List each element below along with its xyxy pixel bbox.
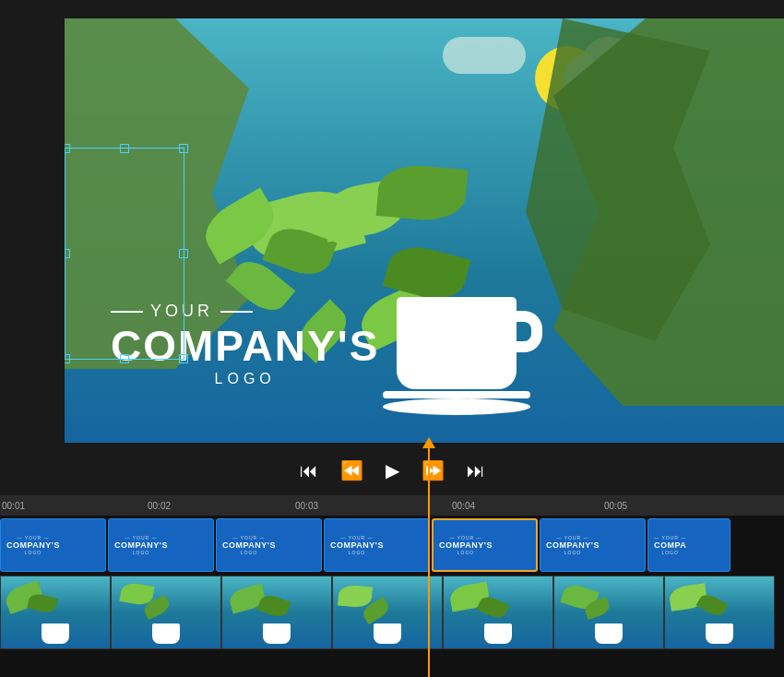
ruler-tick-2: 00:03	[295, 501, 318, 511]
video-thumb-6	[553, 576, 664, 649]
skip-forward-button[interactable]: ⏭	[467, 460, 485, 481]
logo-text: LOGO	[111, 371, 379, 387]
cup-handle	[515, 311, 542, 352]
playhead[interactable]	[428, 443, 430, 677]
ruler-tick-1: 00:02	[148, 501, 171, 511]
text-clip-2[interactable]: — YOUR — COMPANY'S LOGO	[108, 518, 214, 572]
preview-background: YOUR COMPANY'S LOGO	[65, 18, 784, 443]
fast-forward-button[interactable]: ⏩	[422, 459, 445, 481]
company-text: COMPANY'S	[111, 325, 379, 367]
text-clip-4[interactable]: — YOUR — COMPANY'S LOGO	[324, 518, 430, 572]
video-thumb-3	[221, 576, 332, 649]
video-preview: YOUR COMPANY'S LOGO	[65, 18, 784, 443]
playback-controls: ⏮ ⏪ ▶ ⏩ ⏭	[0, 452, 784, 489]
dash-left	[111, 311, 143, 313]
text-overlay-track: — YOUR — COMPANY'S LOGO — YOUR — COMPANY…	[0, 516, 784, 576]
ruler-tick-0: 00:01	[2, 501, 25, 511]
cloud-element-2	[443, 37, 526, 74]
text-clip-6[interactable]: — YOUR — COMPANY'S LOGO	[540, 518, 646, 572]
text-clip-3[interactable]: — YOUR — COMPANY'S LOGO	[216, 518, 322, 572]
video-thumb-2	[111, 576, 221, 649]
bottom-bar	[0, 649, 784, 677]
your-line: YOUR	[111, 302, 379, 321]
video-thumb-4	[332, 576, 443, 649]
text-clip-7[interactable]: — YOUR — COMPA LOGO	[647, 518, 731, 572]
play-button[interactable]: ▶	[386, 459, 399, 481]
cup-body	[397, 297, 517, 389]
ruler-tick-4: 00:05	[604, 501, 627, 511]
video-track	[0, 576, 784, 649]
your-text: YOUR	[150, 302, 213, 321]
cup-saucer	[383, 398, 530, 415]
tree-mid	[526, 18, 710, 341]
text-clip-5[interactable]: — YOUR — COMPANY'S LOGO	[432, 518, 538, 572]
timeline-ruler: 00:01 00:02 00:03 00:04 00:05	[0, 495, 784, 516]
rewind-button[interactable]: ⏪	[340, 459, 363, 481]
skip-back-button[interactable]: ⏮	[300, 460, 318, 481]
cup-container	[397, 297, 530, 415]
dash-right	[220, 311, 253, 313]
video-thumb-5	[443, 576, 553, 649]
video-thumb-1	[0, 576, 111, 649]
text-overlay: YOUR COMPANY'S LOGO	[111, 302, 379, 387]
video-thumb-7	[664, 576, 775, 649]
leaf-8	[376, 162, 469, 223]
ruler-tick-3: 00:04	[452, 501, 475, 511]
cup-top-line	[383, 391, 530, 398]
text-clip-1[interactable]: — YOUR — COMPANY'S LOGO	[0, 518, 106, 572]
